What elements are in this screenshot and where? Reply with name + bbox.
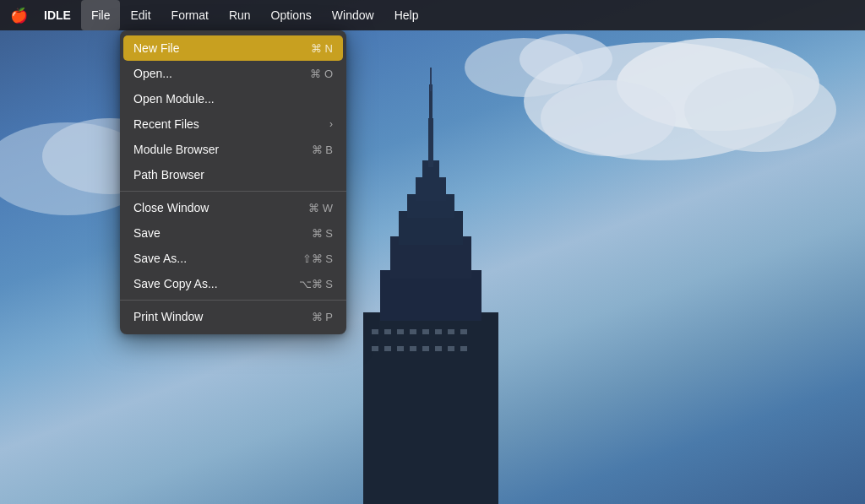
svg-rect-18 bbox=[372, 329, 378, 334]
svg-rect-26 bbox=[372, 346, 378, 351]
menu-item-save-as[interactable]: Save As... ⇧⌘ S bbox=[120, 246, 346, 271]
svg-rect-17 bbox=[430, 68, 432, 91]
menubar-item-help[interactable]: Help bbox=[384, 0, 429, 30]
menu-item-label: Print Window bbox=[133, 310, 203, 323]
menu-item-shortcut: ⌘ S bbox=[312, 227, 333, 240]
menubar-item-file[interactable]: File bbox=[81, 0, 121, 30]
svg-rect-8 bbox=[363, 312, 498, 504]
menu-item-shortcut: ⌘ W bbox=[308, 202, 333, 214]
menu-item-print-window[interactable]: Print Window ⌘ P bbox=[120, 304, 346, 329]
menu-item-shortcut: ⌘ P bbox=[312, 311, 333, 323]
svg-rect-21 bbox=[410, 329, 416, 334]
svg-point-3 bbox=[541, 80, 676, 156]
menubar-item-edit[interactable]: Edit bbox=[120, 0, 160, 30]
menubar-item-window[interactable]: Window bbox=[322, 0, 384, 30]
menubar: 🍎 IDLE File Edit Format Run Options Wind… bbox=[0, 0, 865, 30]
svg-rect-20 bbox=[397, 329, 404, 334]
menu-item-shortcut: ⌘ O bbox=[310, 68, 333, 80]
svg-rect-24 bbox=[448, 329, 454, 334]
menu-item-open-module[interactable]: Open Module... bbox=[120, 86, 346, 111]
menubar-item-run[interactable]: Run bbox=[219, 0, 261, 30]
menu-item-label: Recent Files bbox=[133, 117, 199, 131]
apple-menu[interactable]: 🍎 bbox=[7, 0, 30, 30]
menu-item-label: Path Browser bbox=[133, 168, 204, 182]
menu-separator-1 bbox=[120, 191, 346, 192]
menu-item-new-file[interactable]: New File ⌘ N bbox=[123, 35, 343, 61]
svg-rect-23 bbox=[435, 329, 442, 334]
svg-rect-32 bbox=[448, 346, 454, 351]
menu-item-shortcut: ⌘ B bbox=[312, 144, 333, 156]
menu-item-save[interactable]: Save ⌘ S bbox=[120, 220, 346, 246]
menu-item-label: Save Copy As... bbox=[133, 277, 218, 290]
menu-separator-2 bbox=[120, 300, 346, 301]
submenu-arrow-icon: › bbox=[329, 118, 333, 130]
menu-item-open[interactable]: Open... ⌘ O bbox=[120, 61, 346, 86]
file-dropdown-menu: New File ⌘ N Open... ⌘ O Open Module... … bbox=[120, 30, 346, 334]
menu-item-shortcut: ⇧⌘ S bbox=[302, 252, 333, 265]
svg-rect-33 bbox=[460, 346, 467, 351]
svg-rect-28 bbox=[397, 346, 404, 351]
menu-item-label: New File bbox=[133, 41, 179, 55]
menu-item-module-browser[interactable]: Module Browser ⌘ B bbox=[120, 137, 346, 162]
menu-item-close-window[interactable]: Close Window ⌘ W bbox=[120, 195, 346, 220]
svg-rect-31 bbox=[435, 346, 442, 351]
menu-item-path-browser[interactable]: Path Browser bbox=[120, 162, 346, 187]
menu-item-recent-files[interactable]: Recent Files › bbox=[120, 111, 346, 137]
menubar-item-format[interactable]: Format bbox=[161, 0, 219, 30]
svg-rect-30 bbox=[422, 346, 429, 351]
svg-rect-19 bbox=[384, 329, 391, 334]
menu-item-shortcut: ⌘ N bbox=[311, 42, 333, 55]
menu-item-label: Open... bbox=[133, 67, 172, 80]
menubar-item-options[interactable]: Options bbox=[261, 0, 322, 30]
apple-icon: 🍎 bbox=[10, 7, 28, 24]
menu-item-label: Close Window bbox=[133, 201, 209, 214]
menu-item-label: Save As... bbox=[133, 252, 187, 265]
menu-item-shortcut: ⌥⌘ S bbox=[299, 278, 333, 290]
menu-item-label: Module Browser bbox=[133, 143, 219, 156]
svg-rect-25 bbox=[460, 329, 467, 334]
menu-item-label: Open Module... bbox=[133, 92, 215, 106]
svg-rect-22 bbox=[422, 329, 429, 334]
svg-rect-27 bbox=[384, 346, 391, 351]
svg-point-2 bbox=[684, 68, 836, 152]
svg-point-5 bbox=[520, 34, 612, 84]
menu-item-save-copy-as[interactable]: Save Copy As... ⌥⌘ S bbox=[120, 271, 346, 296]
svg-rect-29 bbox=[410, 346, 416, 351]
svg-rect-15 bbox=[428, 118, 433, 167]
menubar-item-idle[interactable]: IDLE bbox=[34, 0, 81, 30]
menu-item-label: Save bbox=[133, 226, 160, 240]
